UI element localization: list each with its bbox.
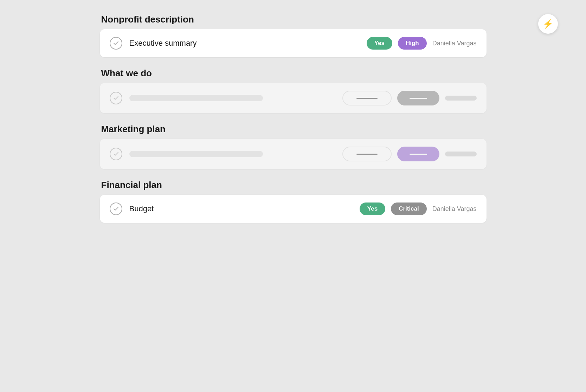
badge-filled-line-what <box>410 98 427 99</box>
page-content: Nonprofit description Executive summary … <box>100 14 487 233</box>
card-executive-summary: Executive summary Yes High Daniella Varg… <box>100 29 487 57</box>
section-title-nonprofit: Nonprofit description <box>100 14 487 25</box>
card-what-we-do <box>100 83 487 113</box>
card-budget: Budget Yes Critical Daniella Vargas <box>100 195 487 223</box>
assignee-executive: Daniella Vargas <box>432 40 477 47</box>
check-icon-budget <box>110 203 122 215</box>
card-placeholder-marketing <box>129 151 263 157</box>
card-actions-what <box>342 91 477 105</box>
section-marketing-plan: Marketing plan <box>100 124 487 176</box>
badge-yes-budget[interactable]: Yes <box>360 203 385 215</box>
card-actions-budget: Yes Critical Daniella Vargas <box>360 203 477 215</box>
section-financial-plan: Financial plan Budget Yes Critical Danie… <box>100 180 487 230</box>
check-icon-what <box>110 92 122 104</box>
badge-outline-line-what <box>356 98 378 99</box>
card-marketing-plan <box>100 139 487 169</box>
check-icon-executive <box>110 37 122 50</box>
section-nonprofit-description: Nonprofit description Executive summary … <box>100 14 487 64</box>
assignee-placeholder-marketing <box>445 152 477 156</box>
badge-priority-placeholder-marketing <box>397 147 439 161</box>
check-icon-marketing <box>110 148 122 160</box>
badge-priority-executive[interactable]: High <box>398 37 427 50</box>
badge-priority-placeholder-what <box>397 91 439 105</box>
lightning-icon: ⚡ <box>543 19 553 29</box>
badge-yes-executive[interactable]: Yes <box>367 37 392 50</box>
lightning-button[interactable]: ⚡ <box>538 14 558 34</box>
section-title-financial: Financial plan <box>100 180 487 191</box>
badge-yes-placeholder-marketing <box>342 147 392 161</box>
badge-yes-placeholder-what <box>342 91 392 105</box>
card-title-budget: Budget <box>129 204 353 213</box>
assignee-placeholder-what <box>445 96 477 101</box>
card-actions-marketing <box>342 147 477 161</box>
badge-outline-line-marketing <box>356 154 378 155</box>
section-what-we-do: What we do <box>100 68 487 120</box>
badge-filled-line-marketing <box>410 154 427 155</box>
card-title-executive: Executive summary <box>129 39 360 48</box>
badge-priority-budget[interactable]: Critical <box>391 203 427 215</box>
card-placeholder-what <box>129 95 263 101</box>
assignee-budget: Daniella Vargas <box>432 205 477 213</box>
section-title-marketing: Marketing plan <box>100 124 487 135</box>
section-title-what: What we do <box>100 68 487 79</box>
card-actions-executive: Yes High Daniella Vargas <box>367 37 477 50</box>
